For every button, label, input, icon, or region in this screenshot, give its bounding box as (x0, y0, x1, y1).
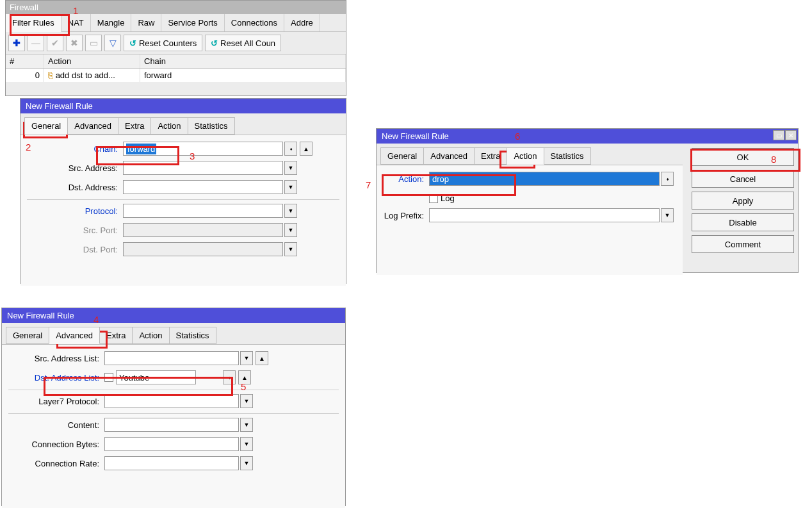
tab-service-ports[interactable]: Service Ports (161, 14, 224, 31)
annotation-7: 7 (366, 179, 371, 190)
rule-title: New Firewall Rule (20, 99, 346, 113)
tab-general[interactable]: General (380, 147, 424, 165)
disable-button[interactable]: ✖ (66, 35, 83, 51)
dstlist-invert-checkbox[interactable] (104, 373, 113, 382)
minimize-icon[interactable]: ▭ (773, 130, 784, 140)
connbytes-label: Connection Bytes: (8, 440, 104, 449)
log-checkbox[interactable] (429, 194, 438, 203)
filter-button[interactable]: ▽ (104, 35, 121, 51)
protocol-input[interactable] (123, 204, 283, 218)
rule-dialog-general: New Firewall Rule General Advanced Extra… (20, 98, 346, 284)
tab-nat[interactable]: NAT (61, 14, 91, 31)
srclist-input[interactable] (104, 351, 239, 365)
srcport-input (123, 223, 283, 237)
connrate-input[interactable] (104, 456, 239, 470)
grid-row-0[interactable]: 0 ⎘ add dst to add... forward (6, 69, 346, 82)
tab-mangle[interactable]: Mangle (91, 14, 132, 31)
dstaddr-label: Dst. Address: (27, 183, 123, 192)
tab-address-lists[interactable]: Addre (284, 14, 320, 31)
dropdown-icon[interactable]: ▼ (240, 418, 253, 432)
enable-button[interactable]: ✔ (47, 35, 63, 51)
dropdown-icon[interactable]: ▼ (284, 161, 297, 175)
content-input[interactable] (104, 418, 239, 432)
tab-statistics[interactable]: Statistics (544, 147, 591, 165)
up-arrow-icon[interactable]: ▲ (238, 370, 251, 384)
col-num[interactable]: # (6, 54, 44, 68)
tab-statistics[interactable]: Statistics (169, 327, 216, 344)
action-label: Action: (383, 174, 429, 184)
protocol-label: Protocol: (27, 206, 123, 216)
rule-dialog-advanced: New Firewall Rule General Advanced Extra… (1, 308, 346, 506)
reset-all-counters-button[interactable]: ↺ Reset All Coun (205, 35, 281, 51)
srclist-label: Src. Address List: (8, 354, 104, 363)
dropdown-icon[interactable]: ▼ (284, 204, 297, 218)
cancel-button[interactable]: Cancel (692, 170, 794, 188)
tab-extra[interactable]: Extra (474, 147, 507, 165)
refresh-icon: ↺ (129, 38, 136, 48)
add-button[interactable]: ✚ (8, 35, 25, 51)
chain-input[interactable]: forward (123, 142, 283, 156)
dropdown-icon[interactable]: ⬧ (661, 172, 674, 186)
tab-extra[interactable]: Extra (118, 117, 151, 135)
connrate-label: Connection Rate: (8, 459, 104, 468)
tab-action[interactable]: Action (132, 327, 169, 344)
action-input[interactable]: drop (429, 172, 660, 186)
dstlist-label: Dst. Address List: (8, 373, 104, 383)
apply-button[interactable]: Apply (692, 192, 794, 210)
dropdown-icon[interactable]: ▼ (284, 242, 297, 256)
tab-connections[interactable]: Connections (225, 14, 284, 31)
ok-button[interactable]: OK (692, 148, 794, 166)
connbytes-input[interactable] (104, 437, 239, 451)
l7-label: Layer7 Protocol: (8, 397, 104, 406)
rule-tabs: General Advanced Extra Action Statistics (2, 323, 345, 344)
comment-button[interactable]: ▭ (85, 35, 102, 51)
close-icon[interactable]: ✕ (785, 130, 797, 140)
tab-advanced[interactable]: Advanced (49, 327, 100, 344)
grid-header: # Action Chain (6, 54, 346, 69)
content-label: Content: (8, 420, 104, 430)
dropdown-icon[interactable]: ▼ (284, 223, 297, 237)
tab-advanced[interactable]: Advanced (67, 117, 118, 135)
tab-filter-rules[interactable]: Filter Rules (6, 14, 61, 32)
tab-advanced[interactable]: Advanced (423, 147, 475, 165)
dstlist-input[interactable]: Youtube (116, 370, 196, 384)
col-chain[interactable]: Chain (140, 54, 346, 68)
remove-button[interactable]: — (28, 35, 44, 51)
reset-counters-button[interactable]: ↺ Reset Counters (124, 35, 202, 51)
rule-title: New Firewall Rule (2, 308, 345, 323)
dropdown-icon[interactable]: ▼ (240, 394, 253, 408)
dropdown-icon[interactable]: ▼ (240, 456, 253, 470)
dropdown-icon[interactable]: ⬧ (223, 370, 236, 384)
rule-dialog-action: New Firewall Rule ▭ ✕ General Advanced E… (376, 128, 799, 273)
log-label: Log (441, 194, 455, 203)
disable-button[interactable]: Disable (692, 213, 794, 231)
chain-dropdown-icon[interactable]: ⬧ (284, 142, 297, 156)
tab-general[interactable]: General (6, 327, 49, 344)
tab-action[interactable]: Action (150, 117, 188, 135)
dropdown-icon[interactable]: ▼ (661, 208, 674, 222)
firewall-titlebar: Firewall (6, 1, 346, 14)
firewall-window: Firewall Filter Rules NAT Mangle Raw Ser… (5, 0, 346, 96)
tab-extra[interactable]: Extra (99, 327, 133, 344)
logprefix-input[interactable] (429, 208, 660, 222)
chain-label: Chain: (27, 144, 123, 154)
up-arrow-icon[interactable]: ▲ (300, 142, 313, 156)
tab-action[interactable]: Action (507, 147, 544, 165)
tab-general[interactable]: General (24, 117, 68, 135)
srcaddr-input[interactable] (123, 161, 283, 175)
srcport-label: Src. Port: (27, 226, 123, 235)
col-action[interactable]: Action (44, 54, 140, 68)
tab-statistics[interactable]: Statistics (188, 117, 235, 135)
l7-input[interactable] (104, 394, 239, 408)
dstport-label: Dst. Port: (27, 245, 123, 254)
up-arrow-icon[interactable]: ▲ (256, 351, 268, 365)
dropdown-icon[interactable]: ▼ (240, 437, 253, 451)
dropdown-icon[interactable]: ▼ (240, 351, 253, 365)
rule-title: New Firewall Rule ▭ ✕ (377, 129, 798, 144)
tab-raw[interactable]: Raw (131, 14, 161, 31)
dstaddr-input[interactable] (123, 180, 283, 194)
dropdown-icon[interactable]: ▼ (284, 180, 297, 194)
comment-button[interactable]: Comment (692, 235, 794, 253)
refresh-icon: ↺ (211, 38, 218, 48)
dstport-input (123, 242, 283, 256)
